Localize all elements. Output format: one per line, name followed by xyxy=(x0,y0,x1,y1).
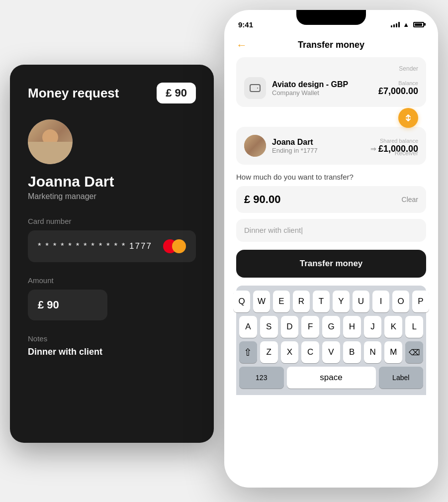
person-role: Marketing manager xyxy=(28,192,196,201)
back-button[interactable]: ← xyxy=(236,39,247,52)
key-a[interactable]: A xyxy=(239,316,257,338)
receiver-label: Receiver xyxy=(395,150,418,157)
key-d[interactable]: D xyxy=(281,316,299,338)
receiver-avatar xyxy=(244,135,266,157)
card-header: Money request £ 90 xyxy=(28,83,196,103)
receiver-info: Joana Dart Ending in *1777 xyxy=(272,138,364,154)
key-f[interactable]: F xyxy=(301,316,319,338)
amount-question: How much do you want to transfer? xyxy=(236,173,426,181)
card-number-label: Card number xyxy=(28,217,196,225)
card-amount-badge: £ 90 xyxy=(157,83,196,103)
key-s[interactable]: S xyxy=(260,316,278,338)
key-n[interactable]: N xyxy=(364,341,382,363)
sender-info: Aviato design - GBP Company Wallet xyxy=(272,80,372,97)
signal-icon xyxy=(391,21,400,27)
key-k[interactable]: K xyxy=(384,316,402,338)
card-number-value: * * * * * * * * * * * * 1777 xyxy=(38,241,152,251)
phone-frame: 9:41 ▲ ← Transfer money Sender xyxy=(224,10,438,488)
key-l[interactable]: L xyxy=(405,316,423,338)
wifi-icon: ▲ xyxy=(403,21,409,28)
shift-key[interactable]: ⇧ xyxy=(239,341,257,363)
balance-block: Balance £7,000.00 xyxy=(378,80,418,97)
nav-header: ← Transfer money xyxy=(236,32,426,57)
space-key[interactable]: space xyxy=(287,367,376,389)
svg-rect-0 xyxy=(250,85,260,92)
amount-box: £ 90 xyxy=(28,290,107,320)
balance-label: Balance xyxy=(378,80,418,86)
note-placeholder: Dinner with client| xyxy=(244,226,303,234)
keyboard: Q W E R T Y U I O P A S D F G H J K xyxy=(236,286,426,395)
money-request-card: Money request £ 90 Joanna Dart Marketing… xyxy=(10,65,214,443)
note-input-box[interactable]: Dinner with client| xyxy=(236,219,426,242)
keyboard-row-1: Q W E R T Y U I O P xyxy=(239,291,423,312)
key-w[interactable]: W xyxy=(253,291,270,312)
receiver-name: Joana Dart xyxy=(272,138,364,147)
notes-label: Notes xyxy=(28,334,196,343)
shared-arrow-icon: ⇒ xyxy=(370,145,376,153)
key-p[interactable]: P xyxy=(412,291,429,312)
status-time: 9:41 xyxy=(238,20,253,29)
numbers-key[interactable]: 123 xyxy=(239,367,284,389)
swap-button[interactable] xyxy=(398,108,418,128)
key-v[interactable]: V xyxy=(322,341,340,363)
key-z[interactable]: Z xyxy=(260,341,278,363)
sender-section: Sender Aviato design - GBP Company Walle… xyxy=(236,57,426,107)
key-h[interactable]: H xyxy=(343,316,361,338)
person-name: Joanna Dart xyxy=(28,173,196,190)
keyboard-row-2: A S D F G H J K L xyxy=(239,316,423,338)
wallet-icon xyxy=(244,77,266,99)
notes-value: Dinner with client xyxy=(28,347,196,357)
balance-value: £7,000.00 xyxy=(378,86,418,97)
sender-row: Aviato design - GBP Company Wallet Balan… xyxy=(244,77,418,99)
amount-input-value: £ 90.00 xyxy=(244,193,280,206)
key-u[interactable]: U xyxy=(353,291,369,312)
battery-icon xyxy=(413,22,424,27)
card-title: Money request xyxy=(28,86,119,101)
sender-sub: Company Wallet xyxy=(272,89,372,97)
key-t[interactable]: T xyxy=(313,291,330,312)
card-number-box: * * * * * * * * * * * * 1777 xyxy=(28,230,196,262)
phone-notch xyxy=(296,10,366,25)
amount-value: £ 90 xyxy=(38,299,59,311)
status-icons: ▲ xyxy=(391,21,424,28)
receiver-sub: Ending in *1777 xyxy=(272,147,364,154)
swap-btn-container xyxy=(236,108,426,128)
key-o[interactable]: O xyxy=(392,291,409,312)
page-title: Transfer money xyxy=(298,40,364,50)
clear-button[interactable]: Clear xyxy=(402,196,418,203)
key-m[interactable]: M xyxy=(384,341,402,363)
phone-content: ← Transfer money Sender Aviato design - … xyxy=(224,32,438,488)
keyboard-row-3: ⇧ Z X C V B N M ⌫ xyxy=(239,341,423,363)
key-j[interactable]: J xyxy=(364,316,382,338)
key-g[interactable]: G xyxy=(322,316,340,338)
label-key[interactable]: Label xyxy=(379,367,424,389)
key-y[interactable]: Y xyxy=(333,291,350,312)
sender-label: Sender xyxy=(244,65,418,72)
avatar xyxy=(28,119,73,164)
key-c[interactable]: C xyxy=(301,341,319,363)
sender-name: Aviato design - GBP xyxy=(272,80,372,89)
receiver-row: Joana Dart Ending in *1777 Shared balanc… xyxy=(244,135,418,157)
key-x[interactable]: X xyxy=(281,341,299,363)
amount-input-box[interactable]: £ 90.00 Clear xyxy=(236,186,426,213)
transfer-button[interactable]: Transfer money xyxy=(236,250,426,278)
key-q[interactable]: Q xyxy=(233,291,250,312)
mastercard-icon xyxy=(163,239,186,253)
key-b[interactable]: B xyxy=(343,341,361,363)
amount-label: Amount xyxy=(28,276,196,285)
key-r[interactable]: R xyxy=(293,291,310,312)
key-i[interactable]: I xyxy=(372,291,389,312)
keyboard-row-4: 123 space Label xyxy=(239,367,423,389)
key-e[interactable]: E xyxy=(273,291,290,312)
receiver-section: Joana Dart Ending in *1777 Shared balanc… xyxy=(236,127,426,165)
delete-key[interactable]: ⌫ xyxy=(405,341,423,363)
shared-label: Shared balance xyxy=(370,138,418,144)
